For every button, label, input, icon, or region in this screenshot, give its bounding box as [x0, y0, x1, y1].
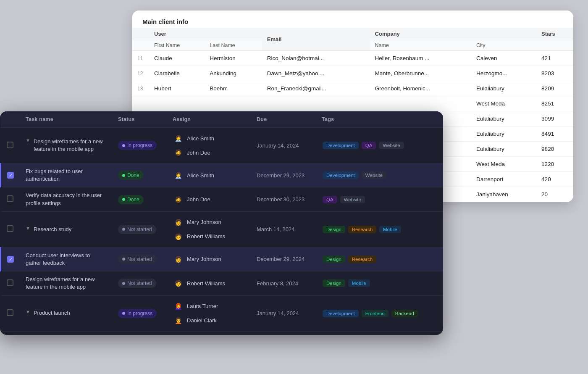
- task-checkbox[interactable]: [7, 225, 13, 232]
- due-cell: January 14, 2024: [251, 128, 316, 163]
- status-badge: In progress: [118, 309, 157, 318]
- cell-city: Herzogmo...: [471, 66, 536, 81]
- col-user: User: [149, 28, 262, 40]
- assignee-name: Alice Smith: [187, 172, 214, 179]
- assignee-name: Robert Williams: [187, 280, 225, 287]
- assign-cell: 🧑‍💼 Alice Smith 🧔 John Doe: [167, 128, 251, 163]
- task-checkbox[interactable]: [7, 309, 13, 316]
- tag-development: Development: [323, 142, 359, 149]
- tag-mobile: Mobile: [348, 279, 370, 287]
- cell-stars: 8209: [536, 81, 573, 96]
- tag-mobile: Mobile: [379, 226, 401, 233]
- task-name-text: Design wireframes for a new feature in t…: [34, 138, 106, 153]
- task-table: Task name Status Assign Due Tags ▼ Desig…: [0, 111, 443, 332]
- checkbox-cell[interactable]: [1, 295, 20, 331]
- checkbox-cell[interactable]: [1, 128, 20, 163]
- assignee-row: 🧔 John Doe: [173, 146, 245, 159]
- checkbox-cell[interactable]: [1, 247, 20, 271]
- cell-email: Dawn_Metz@yahoo....: [262, 66, 370, 81]
- status-cell: Done: [112, 163, 167, 187]
- assignee-row: 🧑‍🦱 Daniel Clark: [173, 314, 245, 327]
- tags-cell: Development Website: [316, 163, 443, 187]
- task-row[interactable]: ▼ Design wireframes for a new feature in…: [1, 128, 444, 163]
- checkbox-cell[interactable]: [1, 163, 20, 187]
- cell-companyname: Heller, Rosenbaum ...: [370, 51, 471, 66]
- task-row[interactable]: Fix bugs related to user authentication …: [1, 163, 444, 187]
- status-badge: Not started: [118, 255, 156, 264]
- avatar: 👩‍🦰: [173, 301, 184, 312]
- task-row[interactable]: ▼ Product launch In progress 👩‍🦰 Laura T…: [1, 295, 444, 331]
- status-badge: Done: [118, 171, 144, 180]
- cell-city: West Meda: [471, 157, 536, 172]
- cell-stars: 9820: [536, 142, 573, 157]
- checkbox-cell[interactable]: [1, 271, 20, 295]
- task-name-text: Research study: [34, 226, 71, 233]
- col-stars: Stars: [536, 28, 573, 40]
- status-badge: In progress: [118, 141, 157, 150]
- assignee-name: Alice Smith: [187, 135, 214, 142]
- expand-arrow[interactable]: ▼: [26, 138, 30, 143]
- th-tags: Tags: [316, 111, 443, 128]
- client-table-row: 11 Claude Hermiston Rico_Nolan@hotmai...…: [132, 51, 573, 66]
- tags-cell: Design Mobile: [316, 271, 443, 295]
- assignee-row: 👩 Mary Johnson: [173, 253, 245, 266]
- task-name-cell: Design wireframes for a new feature in t…: [20, 271, 112, 295]
- task-row[interactable]: Design wireframes for a new feature in t…: [1, 271, 444, 295]
- assignee-name: Laura Turner: [187, 303, 218, 309]
- tag-qa: QA: [323, 196, 337, 203]
- th-assign: Assign: [167, 111, 251, 128]
- tag-website: Website: [340, 196, 365, 203]
- client-table-row: 12 Clarabelle Ankunding Dawn_Metz@yahoo.…: [132, 66, 573, 81]
- assignee-row: 🧑 Robert Williams: [173, 230, 245, 243]
- row-num: 11: [132, 51, 149, 66]
- col-city: City: [471, 40, 536, 51]
- cell-lastname: Hermiston: [205, 51, 262, 66]
- task-checkbox[interactable]: [7, 172, 14, 179]
- task-name-text: Design wireframes for a new feature in t…: [26, 276, 106, 291]
- client-panel-title: Main client info: [132, 11, 573, 28]
- task-name-text: Fix bugs related to user authentication: [26, 168, 106, 183]
- cell-city: Darrenport: [471, 172, 536, 187]
- cell-stars: 420: [536, 172, 573, 187]
- status-cell: In progress: [112, 128, 167, 163]
- tag-website: Website: [379, 142, 404, 149]
- task-checkbox[interactable]: [7, 256, 14, 263]
- assignee-row: 🧑‍💼 Alice Smith: [173, 132, 245, 145]
- checkbox-cell[interactable]: [1, 187, 20, 211]
- avatar: 👩: [173, 254, 184, 265]
- task-name-cell: ▼ Product launch: [20, 295, 112, 331]
- tag-backend: Backend: [391, 310, 418, 317]
- status-cell: Not started: [112, 247, 167, 271]
- cell-city: Eulaliabury: [471, 142, 536, 157]
- cell-companyname: [370, 96, 471, 111]
- status-dot: [122, 144, 125, 147]
- task-checkbox[interactable]: [7, 279, 13, 286]
- task-checkbox[interactable]: [7, 142, 13, 148]
- cell-city: Eulaliabury: [471, 111, 536, 126]
- task-row[interactable]: ▼ Research study Not started 👩 Mary John…: [1, 211, 444, 247]
- assignee-name: Mary Johnson: [187, 219, 221, 225]
- expand-arrow[interactable]: ▼: [26, 226, 30, 231]
- task-name-cell: Verify data accuracy in the user profile…: [20, 187, 112, 211]
- tag-design: Design: [323, 279, 345, 287]
- col-lastname: Last Name: [205, 40, 262, 51]
- due-cell: December 30, 2023: [251, 187, 316, 211]
- due-cell: March 14, 2024: [251, 211, 316, 247]
- cell-stars: 20: [536, 187, 573, 202]
- task-checkbox[interactable]: [7, 195, 13, 202]
- tag-qa: QA: [362, 142, 376, 149]
- row-num: [132, 96, 149, 111]
- task-row[interactable]: Verify data accuracy in the user profile…: [1, 187, 444, 211]
- tag-website: Website: [362, 171, 386, 179]
- status-cell: Not started: [112, 211, 167, 247]
- status-badge: Not started: [118, 279, 156, 288]
- checkbox-cell[interactable]: [1, 211, 20, 247]
- expand-arrow[interactable]: ▼: [26, 309, 30, 314]
- assignee-name: Daniel Clark: [187, 317, 217, 324]
- task-row[interactable]: Conduct user interviews to gather feedba…: [1, 247, 444, 271]
- tag-design: Design: [323, 226, 345, 233]
- status-dot: [122, 282, 125, 285]
- due-cell: December 29, 2024: [251, 247, 316, 271]
- assignee-name: Mary Johnson: [187, 256, 221, 262]
- status-badge: Done: [118, 195, 144, 204]
